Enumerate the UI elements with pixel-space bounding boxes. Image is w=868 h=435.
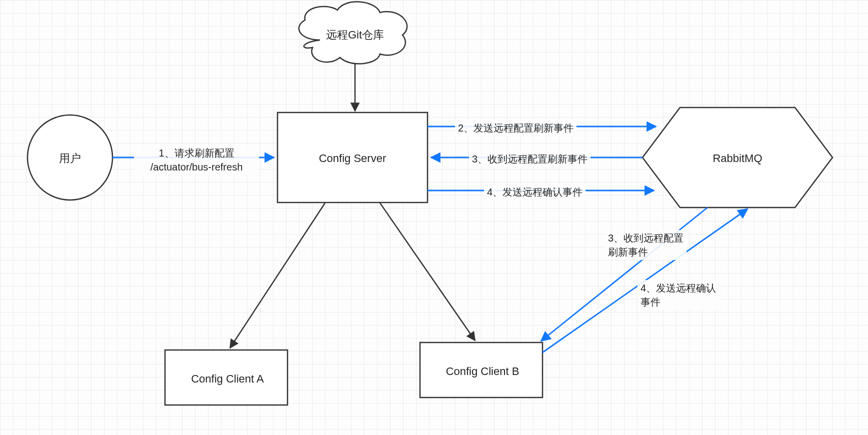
edge-client-b-to-mq-4 [542, 209, 748, 352]
edge-mq-to-client-b-3 [541, 208, 708, 341]
node-config-server [278, 112, 428, 202]
node-rabbitmq [642, 108, 832, 208]
diagram-canvas [0, 0, 868, 435]
node-user [28, 115, 112, 200]
node-git-repo [299, 2, 407, 64]
node-client-b [420, 342, 542, 398]
edge-server-to-client-b [380, 203, 475, 340]
edge-server-to-client-a [230, 203, 325, 348]
node-client-a [165, 350, 288, 405]
